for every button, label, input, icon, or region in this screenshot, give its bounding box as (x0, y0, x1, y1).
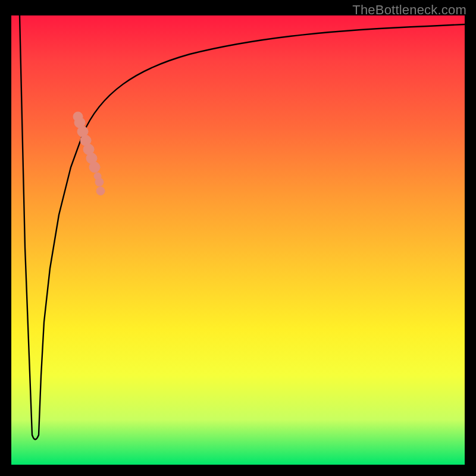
svg-point-2 (94, 173, 101, 180)
plot-area (11, 15, 465, 465)
chart-frame: TheBottleneck.com (0, 0, 476, 476)
svg-point-0 (96, 187, 105, 195)
curve-svg (11, 15, 465, 465)
bottleneck-curve (20, 15, 465, 440)
highlight-segment (73, 112, 105, 195)
svg-point-9 (73, 112, 83, 121)
